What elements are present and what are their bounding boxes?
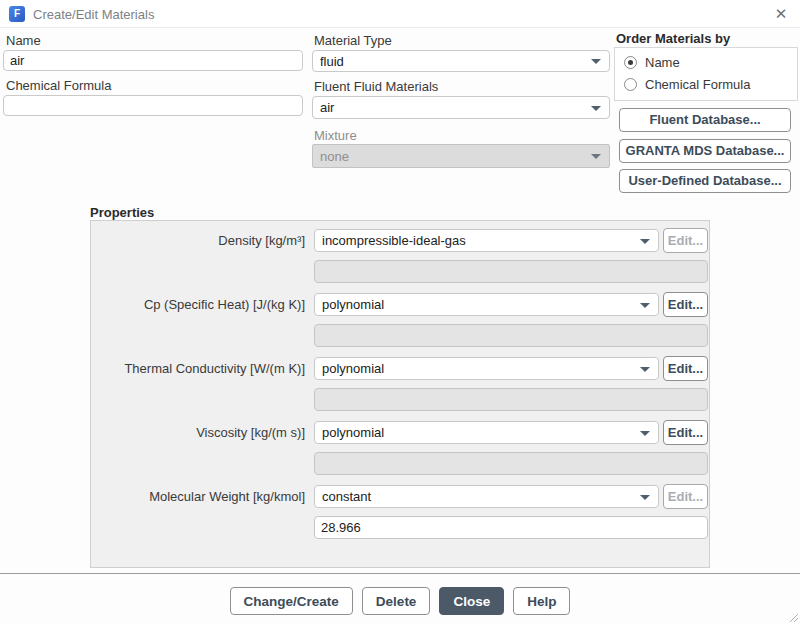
molecular-weight-label: Molecular Weight [kg/kmol] — [149, 489, 305, 504]
cp-label: Cp (Specific Heat) [J/(kg K)] — [144, 297, 305, 312]
fluent-app-icon: F — [9, 6, 25, 22]
radio-chemical-formula-label: Chemical Formula — [645, 77, 750, 92]
resize-grip-icon[interactable] — [786, 610, 798, 622]
molecular-weight-value-input[interactable] — [314, 516, 708, 539]
dialog-title: Create/Edit Materials — [33, 7, 154, 22]
fluent-fluid-materials-dropdown[interactable]: air — [312, 96, 610, 119]
mixture-label: Mixture — [314, 128, 357, 143]
viscosity-value-field — [314, 452, 708, 475]
density-value-field — [314, 260, 708, 283]
density-method-dropdown[interactable]: incompressible-ideal-gas — [314, 229, 659, 252]
order-materials-by-label: Order Materials by — [616, 31, 730, 46]
cp-method-dropdown[interactable]: polynomial — [314, 293, 659, 316]
mixture-value: none — [320, 149, 349, 164]
viscosity-method-value: polynomial — [322, 425, 384, 440]
name-input[interactable] — [3, 50, 303, 71]
material-type-value: fluid — [320, 54, 344, 69]
viscosity-label: Viscosity [kg/(m s)] — [196, 425, 305, 440]
thermal-conductivity-method-value: polynomial — [322, 361, 384, 376]
properties-label: Properties — [90, 205, 154, 220]
cp-method-value: polynomial — [322, 297, 384, 312]
footer-separator — [0, 573, 800, 574]
density-method-value: incompressible-ideal-gas — [322, 233, 466, 248]
radio-order-by-chemical-formula[interactable]: Chemical Formula — [624, 77, 750, 92]
thermal-conductivity-label: Thermal Conductivity [W/(m K)] — [124, 361, 305, 376]
change-create-button[interactable]: Change/Create — [230, 587, 353, 615]
footer-button-row: Change/Create Delete Close Help — [0, 587, 800, 617]
thermal-conductivity-method-dropdown[interactable]: polynomial — [314, 357, 659, 380]
fluent-fluid-materials-label: Fluent Fluid Materials — [314, 79, 438, 94]
material-type-dropdown[interactable]: fluid — [312, 50, 610, 72]
fluent-fluid-materials-value: air — [320, 100, 334, 115]
delete-button[interactable]: Delete — [362, 587, 431, 615]
chemical-formula-input[interactable] — [3, 95, 303, 116]
material-type-label: Material Type — [314, 33, 392, 48]
close-button[interactable]: Close — [439, 587, 504, 615]
cp-value-field — [314, 324, 708, 347]
radio-order-by-name[interactable]: Name — [624, 55, 680, 70]
thermal-conductivity-value-field — [314, 388, 708, 411]
properties-panel: Density [kg/m³] incompressible-ideal-gas… — [90, 220, 710, 568]
create-edit-materials-dialog: F Create/Edit Materials ✕ Name Chemical … — [0, 0, 800, 624]
cp-edit-button[interactable]: Edit... — [663, 292, 708, 317]
molecular-weight-method-value: constant — [322, 489, 371, 504]
close-icon[interactable]: ✕ — [770, 4, 792, 24]
chemical-formula-label: Chemical Formula — [6, 78, 111, 93]
user-defined-database-button[interactable]: User-Defined Database... — [619, 169, 791, 193]
thermal-conductivity-edit-button[interactable]: Edit... — [663, 356, 708, 381]
molecular-weight-edit-button: Edit... — [663, 484, 708, 509]
viscosity-method-dropdown[interactable]: polynomial — [314, 421, 659, 444]
radio-name-label: Name — [645, 55, 680, 70]
density-edit-button: Edit... — [663, 228, 708, 253]
fluent-database-button[interactable]: Fluent Database... — [619, 108, 791, 132]
molecular-weight-method-dropdown[interactable]: constant — [314, 485, 659, 508]
radio-selected-icon — [624, 56, 637, 69]
titlebar: F Create/Edit Materials ✕ — [0, 0, 800, 28]
order-materials-by-group: Name Chemical Formula — [614, 47, 798, 101]
density-label: Density [kg/m³] — [218, 233, 305, 248]
radio-unselected-icon — [624, 78, 637, 91]
name-label: Name — [6, 33, 41, 48]
mixture-dropdown: none — [312, 144, 610, 168]
granta-mds-database-button[interactable]: GRANTA MDS Database... — [619, 139, 791, 163]
help-button[interactable]: Help — [513, 587, 570, 615]
viscosity-edit-button[interactable]: Edit... — [663, 420, 708, 445]
